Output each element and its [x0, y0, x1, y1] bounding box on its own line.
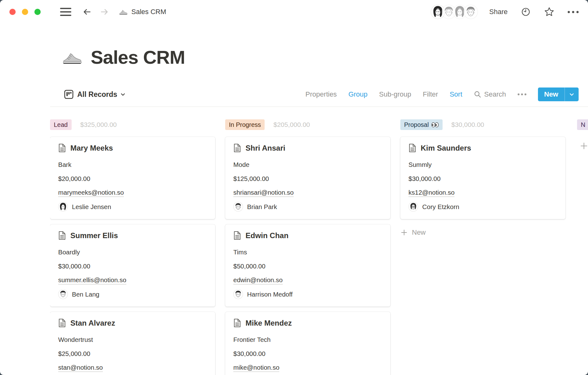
record-amount: $30,000.00	[58, 259, 207, 273]
status-badge[interactable]: Proposal	[400, 119, 443, 130]
more-options-icon[interactable]	[568, 11, 579, 13]
page-header: Sales CRM	[62, 46, 588, 69]
minimize-window-button[interactable]	[22, 9, 28, 15]
column-header: Proposal $30,000.00	[400, 119, 565, 130]
back-arrow-icon[interactable]	[82, 7, 92, 17]
page-icon	[233, 231, 241, 240]
search-label: Search	[484, 90, 506, 98]
record-name: Edwin Chan	[246, 231, 288, 240]
owner-avatar	[408, 202, 418, 212]
page-icon	[408, 143, 416, 152]
column-header: Lead $325,000.00	[50, 119, 215, 130]
eyes-emoji-icon	[431, 122, 439, 128]
new-button-label: New	[538, 88, 565, 101]
owner-avatar	[233, 202, 243, 212]
page-sneaker-icon[interactable]	[62, 48, 82, 68]
record-amount: $25,000.00	[58, 347, 207, 361]
collaborator-avatar	[464, 5, 478, 19]
plus-icon	[580, 142, 588, 150]
chevron-down-icon	[120, 92, 126, 97]
column-header: N	[575, 119, 588, 130]
page-icon	[233, 318, 241, 328]
record-email-link[interactable]: mike@notion.so	[233, 364, 279, 372]
add-card-button[interactable]: New	[400, 228, 565, 237]
owner-avatar	[233, 289, 243, 299]
record-company: Frontier Tech	[233, 332, 382, 347]
record-amount: $125,000.00	[233, 172, 382, 186]
menu-sub-group[interactable]: Sub-group	[379, 90, 411, 98]
share-button[interactable]: Share	[489, 8, 508, 16]
record-company: Wondertrust	[58, 332, 207, 347]
record-email-link[interactable]: shriansari@notion.so	[233, 189, 294, 197]
owner-avatar	[58, 202, 68, 212]
record-company: Summly	[408, 158, 557, 172]
record-amount: $30,000.00	[233, 347, 382, 361]
close-window-button[interactable]	[9, 9, 16, 15]
new-button-chevron-down-icon[interactable]	[565, 88, 579, 101]
record-owner: Brian Park	[247, 203, 277, 211]
tab-title: Sales CRM	[131, 8, 166, 16]
new-record-button[interactable]: New	[538, 88, 579, 101]
favorite-star-icon[interactable]	[544, 7, 555, 17]
add-card-label: New	[412, 228, 426, 237]
collaborator-avatars[interactable]	[431, 5, 478, 19]
board-column-in-progress: In Progress $205,000.00 Shri Ansari Mode…	[225, 119, 390, 375]
column-sum: $30,000.00	[451, 121, 484, 128]
board-column-next: N	[575, 119, 588, 150]
record-owner: Leslie Jensen	[72, 203, 111, 211]
menu-sort[interactable]: Sort	[450, 90, 462, 98]
record-owner: Harrison Medoff	[247, 291, 292, 298]
record-card[interactable]: Stan Alvarez Wondertrust $25,000.00 stan…	[50, 312, 215, 375]
add-card-button[interactable]	[580, 142, 588, 150]
record-card[interactable]: Summer Ellis Boardly $30,000.00 summer.e…	[50, 224, 215, 307]
record-name: Kim Saunders	[421, 144, 471, 152]
page-icon	[58, 318, 66, 328]
record-name: Shri Ansari	[246, 144, 285, 152]
record-card[interactable]: Mary Meeks Bark $20,000.00 marymeeks@not…	[50, 137, 215, 219]
page-title: Sales CRM	[91, 47, 185, 68]
record-card[interactable]: Kim Saunders Summly $30,000.00 ks12@noti…	[400, 137, 565, 219]
status-badge[interactable]: Lead	[50, 119, 72, 130]
fullscreen-window-button[interactable]	[34, 9, 41, 15]
record-card[interactable]: Shri Ansari Mode $125,000.00 shriansari@…	[225, 137, 390, 219]
hamburger-menu-icon[interactable]	[60, 8, 71, 16]
status-badge[interactable]: In Progress	[225, 119, 265, 130]
toolbar-divider	[50, 107, 588, 107]
record-email-link[interactable]: edwin@notion.so	[233, 276, 283, 284]
updates-clock-icon[interactable]	[521, 7, 531, 17]
record-name: Summer Ellis	[70, 231, 118, 240]
menu-properties[interactable]: Properties	[306, 90, 337, 98]
menu-group[interactable]: Group	[348, 90, 368, 98]
record-email-link[interactable]: summer.ellis@notion.so	[58, 276, 126, 284]
page-icon	[58, 143, 66, 152]
plus-icon	[400, 229, 408, 236]
status-badge[interactable]: N	[577, 119, 588, 130]
board-column-lead: Lead $325,000.00 Mary Meeks Bark $20,000…	[50, 119, 215, 375]
record-email-link[interactable]: stan@notion.so	[58, 364, 103, 372]
view-toolbar: All Records Properties Group Sub-group F…	[64, 85, 579, 104]
view-name: All Records	[77, 90, 117, 99]
record-card[interactable]: Edwin Chan Tims $50,000.00 edwin@notion.…	[225, 224, 390, 307]
titlebar: Sales CRM Share	[0, 0, 588, 24]
page-icon	[233, 143, 241, 152]
record-amount: $50,000.00	[233, 259, 382, 273]
view-more-icon[interactable]	[518, 93, 526, 95]
search-icon	[474, 91, 481, 98]
record-company: Boardly	[58, 245, 207, 259]
record-email-link[interactable]: ks12@notion.so	[408, 189, 454, 197]
record-email-link[interactable]: marymeeks@notion.so	[58, 189, 124, 197]
column-sum: $205,000.00	[273, 121, 310, 128]
page-icon	[58, 231, 66, 240]
record-name: Mike Mendez	[246, 319, 292, 328]
menu-filter[interactable]: Filter	[423, 90, 438, 98]
record-card[interactable]: Mike Mendez Frontier Tech $30,000.00 mik…	[225, 312, 390, 375]
kanban-board: Lead $325,000.00 Mary Meeks Bark $20,000…	[50, 119, 588, 375]
search-button[interactable]: Search	[474, 90, 506, 98]
record-amount: $30,000.00	[408, 172, 557, 186]
view-switcher[interactable]: All Records	[64, 90, 126, 99]
record-amount: $20,000.00	[58, 172, 207, 186]
record-company: Bark	[58, 158, 207, 172]
app-window: Sales CRM Share Sales CRM	[0, 0, 588, 375]
forward-arrow-icon[interactable]	[99, 7, 109, 17]
column-header: In Progress $205,000.00	[225, 119, 390, 130]
